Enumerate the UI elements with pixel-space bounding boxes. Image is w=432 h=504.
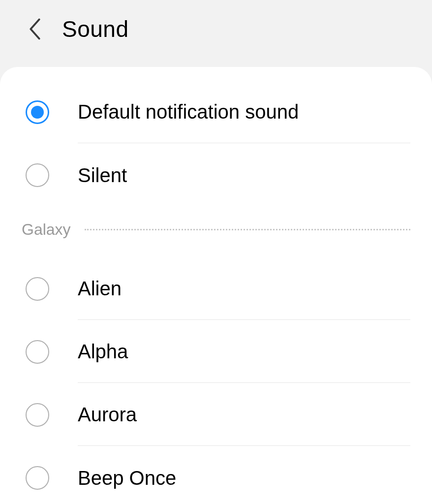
option-label: Beep Once bbox=[78, 447, 410, 504]
radio-circle-icon bbox=[26, 340, 49, 364]
option-label: Aurora bbox=[78, 384, 410, 445]
divider-dotted bbox=[85, 229, 410, 230]
radio-default[interactable] bbox=[26, 100, 49, 124]
radio-circle-icon bbox=[26, 277, 49, 301]
sound-option-beep-once[interactable]: Beep Once bbox=[0, 446, 432, 504]
radio-alien[interactable] bbox=[26, 277, 49, 301]
sound-option-aurora[interactable]: Aurora bbox=[0, 383, 432, 446]
radio-circle-icon bbox=[26, 403, 49, 427]
option-label: Alien bbox=[78, 258, 410, 319]
header: Sound bbox=[0, 0, 432, 67]
radio-beep-once[interactable] bbox=[26, 466, 49, 490]
section-title: Galaxy bbox=[22, 220, 71, 239]
radio-circle-icon bbox=[26, 100, 49, 124]
section-header-galaxy: Galaxy bbox=[0, 207, 432, 257]
radio-circle-icon bbox=[26, 163, 49, 187]
option-label: Silent bbox=[78, 145, 410, 206]
radio-circle-icon bbox=[26, 466, 49, 490]
option-label: Alpha bbox=[78, 321, 410, 382]
chevron-left-icon bbox=[29, 18, 41, 40]
back-button[interactable] bbox=[28, 17, 42, 41]
content-card: Default notification sound Silent Galaxy… bbox=[0, 67, 432, 504]
radio-silent[interactable] bbox=[26, 163, 49, 187]
radio-dot-icon bbox=[31, 106, 44, 119]
radio-aurora[interactable] bbox=[26, 403, 49, 427]
sound-option-silent[interactable]: Silent bbox=[0, 144, 432, 207]
sound-option-alien[interactable]: Alien bbox=[0, 257, 432, 320]
radio-alpha[interactable] bbox=[26, 340, 49, 364]
sound-option-default[interactable]: Default notification sound bbox=[0, 81, 432, 144]
page-title: Sound bbox=[62, 16, 129, 42]
option-label: Default notification sound bbox=[78, 81, 410, 143]
sound-option-alpha[interactable]: Alpha bbox=[0, 320, 432, 383]
